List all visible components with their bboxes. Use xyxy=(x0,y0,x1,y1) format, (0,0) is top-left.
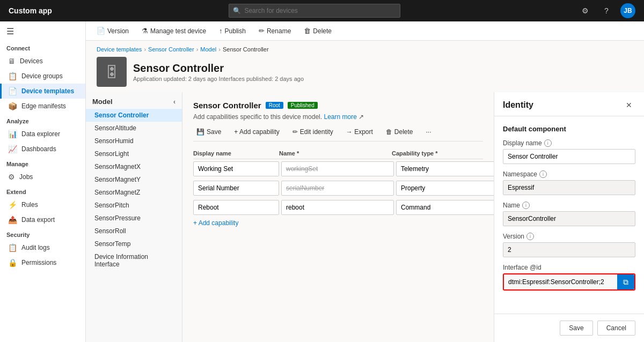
col-name: Name * xyxy=(279,150,392,157)
left-nav: Model ‹ Sensor Controller SensorAltitude… xyxy=(86,92,182,342)
capability-type-select-0[interactable]: Telemetry Property Command Event xyxy=(396,161,494,176)
left-nav-item-device-information[interactable]: Device Information Interface xyxy=(86,250,182,271)
delete-button[interactable]: 🗑 Delete xyxy=(302,26,334,36)
entity-name: Sensor Controller xyxy=(133,62,304,75)
sidebar-item-data-export[interactable]: 📤 Data export xyxy=(0,212,85,227)
sidebar-item-permissions[interactable]: 🔒 Permissions xyxy=(0,255,85,270)
data-export-icon: 📤 xyxy=(8,215,17,224)
manage-test-device-button[interactable]: ⚗ Manage test device xyxy=(140,26,208,36)
entity-meta: Application updated: 2 days ago Interfac… xyxy=(133,76,304,82)
sidebar-section-extend: Extend xyxy=(0,184,85,197)
edge-manifests-icon: 📦 xyxy=(8,102,17,110)
more-button[interactable]: ··· xyxy=(423,127,435,137)
export-button[interactable]: → Export xyxy=(343,127,376,137)
capability-type-select-2[interactable]: Telemetry Property Command Event xyxy=(396,200,494,215)
left-nav-item-sensor-roll[interactable]: SensorRoll xyxy=(86,225,182,237)
entity-icon-image: 🎛 xyxy=(104,63,119,81)
search-area: 🔍 xyxy=(58,4,571,18)
left-nav-item-sensor-pressure[interactable]: SensorPressure xyxy=(86,212,182,225)
sidebar-item-dashboards[interactable]: 📈 Dashboards xyxy=(0,142,85,157)
help-icon[interactable]: ? xyxy=(599,3,614,18)
settings-icon[interactable]: ⚙ xyxy=(577,3,592,18)
sidebar-item-label: Rules xyxy=(21,201,38,209)
device-templates-icon: 📄 xyxy=(8,87,17,95)
left-nav-item-sensor-magnety[interactable]: SensorMagnetY xyxy=(86,173,182,186)
col-display-name: Display name xyxy=(193,150,279,157)
panel-subtitle: Add capabilities specific to this device… xyxy=(193,113,483,121)
publish-icon: ↑ xyxy=(219,27,223,35)
identity-close-button[interactable]: ✕ xyxy=(623,100,635,110)
left-nav-item-sensor-temp[interactable]: SensorTemp xyxy=(86,237,182,250)
breadcrumb: Device templates › Sensor Controller › M… xyxy=(97,46,633,53)
sidebar-item-label: Data export xyxy=(21,216,55,224)
left-nav-item-sensor-controller[interactable]: Sensor Controller xyxy=(86,109,182,122)
avatar[interactable]: JB xyxy=(620,3,635,18)
breadcrumb-device-templates[interactable]: Device templates xyxy=(97,46,142,53)
namespace-field[interactable] xyxy=(503,180,635,195)
sidebar-item-jobs[interactable]: ⚙ Jobs xyxy=(0,169,85,184)
search-icon: 🔍 xyxy=(233,7,241,14)
left-nav-item-sensor-light[interactable]: SensorLight xyxy=(86,147,182,160)
capability-row-2: Telemetry Property Command Event xyxy=(193,200,483,215)
version-field[interactable] xyxy=(503,242,635,257)
panel-title-row: Sensor Controller Root Published xyxy=(193,101,483,110)
capability-type-select-1[interactable]: Telemetry Property Command Event xyxy=(396,181,494,196)
breadcrumb-model[interactable]: Model xyxy=(200,46,216,53)
add-capability-button[interactable]: + Add capability xyxy=(231,127,282,137)
left-nav-item-sensor-altitude[interactable]: SensorAltitude xyxy=(86,122,182,135)
hamburger-button[interactable]: ☰ xyxy=(0,21,85,41)
name-field[interactable] xyxy=(503,211,635,226)
delete-cap-button[interactable]: 🗑 Delete xyxy=(383,127,416,137)
publish-button[interactable]: ↑ Publish xyxy=(217,26,248,36)
sidebar-item-edge-manifests[interactable]: 📦 Edge manifests xyxy=(0,99,85,114)
copy-interface-id-button[interactable]: ⧉ xyxy=(617,274,634,289)
identity-save-button[interactable]: Save xyxy=(560,321,592,336)
sidebar-item-label: Permissions xyxy=(21,259,56,266)
main-layout: ☰ Connect 🖥 Devices 📋 Device groups 📄 De… xyxy=(0,21,644,342)
namespace-info-icon: i xyxy=(539,170,547,178)
left-nav-item-sensor-pitch[interactable]: SensorPitch xyxy=(86,199,182,212)
search-input[interactable] xyxy=(229,4,400,18)
identity-cancel-button[interactable]: Cancel xyxy=(597,321,635,336)
identity-section-title: Default component xyxy=(503,125,635,133)
learn-more-link[interactable]: Learn more xyxy=(324,113,356,121)
left-nav-collapse[interactable]: ‹ xyxy=(173,98,175,106)
sidebar-item-audit-logs[interactable]: 📋 Audit logs xyxy=(0,240,85,255)
sidebar-item-device-groups[interactable]: 📋 Device groups xyxy=(0,69,85,84)
edit-identity-button[interactable]: ✏ Edit identity xyxy=(289,127,336,137)
panel-title: Sensor Controller xyxy=(193,101,261,110)
save-cap-button[interactable]: 💾 Save xyxy=(193,127,224,137)
sidebar-item-device-templates[interactable]: 📄 Device templates xyxy=(0,84,85,99)
interface-id-field[interactable] xyxy=(504,274,617,289)
left-nav-item-sensor-humid[interactable]: SensorHumid xyxy=(86,135,182,147)
display-name-input-2[interactable] xyxy=(193,200,279,215)
name-input-1[interactable] xyxy=(281,181,394,196)
display-name-input-0[interactable] xyxy=(193,161,279,176)
data-explorer-icon: 📊 xyxy=(8,130,17,138)
sidebar-item-label: Audit logs xyxy=(21,244,50,251)
sidebar-section-manage: Manage xyxy=(0,157,85,169)
sidebar-item-label: Data explorer xyxy=(21,130,60,138)
rename-button[interactable]: ✏ Rename xyxy=(257,26,293,36)
left-nav-item-sensor-magnetz[interactable]: SensorMagnetZ xyxy=(86,186,182,199)
left-nav-item-sensor-magnetx[interactable]: SensorMagnetX xyxy=(86,160,182,173)
delete-cap-icon: 🗑 xyxy=(386,128,392,136)
name-input-0[interactable] xyxy=(281,161,394,176)
version-button[interactable]: 📄 Version xyxy=(94,26,131,36)
content-toolbar: 📄 Version ⚗ Manage test device ↑ Publish… xyxy=(86,21,644,41)
add-capability-bottom-button[interactable]: + Add capability xyxy=(193,219,238,227)
badge-published: Published xyxy=(288,102,318,109)
device-groups-icon: 📋 xyxy=(8,72,17,80)
sidebar-item-label: Edge manifests xyxy=(21,102,66,110)
identity-header: Identity ✕ xyxy=(494,92,644,116)
main-panel: Sensor Controller Root Published Add cap… xyxy=(182,92,494,342)
sidebar-item-rules[interactable]: ⚡ Rules xyxy=(0,197,85,212)
display-name-field[interactable] xyxy=(503,149,635,164)
name-input-2[interactable] xyxy=(281,200,394,215)
sidebar-item-devices[interactable]: 🖥 Devices xyxy=(0,54,85,69)
breadcrumb-sensor-controller[interactable]: Sensor Controller xyxy=(148,46,194,53)
display-name-input-1[interactable] xyxy=(193,181,279,196)
rules-icon: ⚡ xyxy=(8,200,17,209)
two-col-layout: Model ‹ Sensor Controller SensorAltitude… xyxy=(86,92,644,342)
sidebar-item-data-explorer[interactable]: 📊 Data explorer xyxy=(0,127,85,142)
